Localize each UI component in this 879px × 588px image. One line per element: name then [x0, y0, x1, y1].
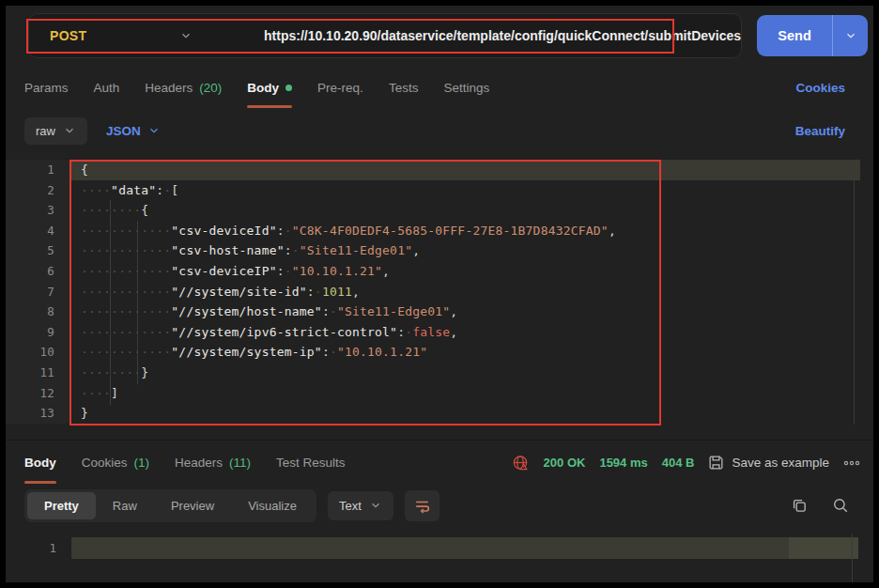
chevron-down-icon	[147, 124, 161, 137]
code-line[interactable]: 4············"csv-deviceId":·"C8K-4F0DED…	[6, 221, 873, 241]
tab-auth[interactable]: Auth	[94, 66, 120, 109]
view-pretty[interactable]: Pretty	[27, 492, 96, 519]
response-size[interactable]: 404 B	[662, 456, 695, 470]
line-number: 6	[6, 261, 69, 282]
method-dropdown[interactable]: POST	[29, 28, 217, 43]
code-line[interactable]: 1	[6, 537, 873, 559]
response-view-toolbar: Pretty Raw Preview Visualize Text	[6, 485, 873, 526]
language-dropdown[interactable]: JSON	[106, 124, 161, 138]
save-as-example-button[interactable]: Save as example	[708, 455, 829, 471]
line-number: 1	[6, 160, 69, 180]
line-number: 8	[6, 302, 69, 322]
line-number: 13	[6, 403, 69, 424]
response-time[interactable]: 1594 ms	[599, 456, 647, 470]
beautify-link[interactable]: Beautify	[795, 124, 845, 138]
response-format-dropdown[interactable]: Text	[328, 491, 393, 520]
code-lines: 1{2····"data":·[3········{4············"…	[6, 160, 873, 424]
chevron-down-icon	[369, 499, 382, 512]
tab-tests[interactable]: Tests	[389, 66, 419, 109]
line-number: 7	[6, 282, 69, 302]
line-content: {	[69, 160, 860, 180]
code-line[interactable]: 13}	[6, 403, 873, 424]
line-number: 2	[6, 180, 69, 201]
response-headers-count: (11)	[229, 456, 251, 470]
line-number: 5	[6, 240, 69, 261]
response-scrollbar-thumb[interactable]	[789, 537, 858, 559]
unsaved-changes-dot	[285, 85, 292, 91]
url-input[interactable]: https://10.10.20.90/dataservice/template…	[264, 28, 741, 43]
more-actions-button[interactable]	[843, 458, 860, 468]
tab-headers[interactable]: Headers(20)	[145, 66, 222, 109]
indent-guide	[137, 221, 138, 384]
cookies-link[interactable]: Cookies	[795, 81, 845, 95]
response-tab-body[interactable]: Body	[24, 441, 56, 485]
line-content: ············"csv-host-name":·"Site11-Edg…	[69, 240, 860, 261]
line-content: ············"//system/ipv6-strict-contro…	[69, 322, 860, 343]
response-status-cluster: 200 OK 1594 ms 404 B Save as example	[512, 454, 860, 472]
code-line[interactable]: 3········{	[6, 200, 873, 221]
send-label[interactable]: Send	[757, 15, 832, 56]
save-icon	[708, 455, 724, 471]
code-line[interactable]: 5············"csv-host-name":·"Site11-Ed…	[6, 240, 873, 261]
response-code-lines: 1	[6, 537, 873, 559]
line-number: 10	[6, 342, 69, 363]
view-visualize[interactable]: Visualize	[231, 492, 314, 519]
view-raw[interactable]: Raw	[96, 492, 154, 519]
ellipsis-icon	[843, 458, 860, 468]
line-content: ············"csv-deviceIP":·"10.10.1.21"…	[69, 261, 860, 282]
code-line[interactable]: 9············"//system/ipv6-strict-contr…	[6, 322, 873, 343]
copy-response-button[interactable]	[791, 497, 808, 514]
code-line[interactable]: 1{	[6, 160, 873, 180]
code-line[interactable]: 12····]	[6, 383, 873, 404]
response-scrollbar[interactable]	[852, 534, 853, 582]
response-tab-cookies[interactable]: Cookies(1)	[82, 441, 149, 485]
line-content: ····]	[69, 383, 860, 404]
response-tab-headers[interactable]: Headers(11)	[175, 441, 251, 485]
status-code[interactable]: 200 OK	[544, 456, 586, 470]
method-label: POST	[50, 28, 86, 43]
body-type-toolbar: raw JSON Beautify	[6, 109, 873, 152]
wrap-lines-button[interactable]	[405, 490, 440, 521]
code-line[interactable]: 11········}	[6, 363, 873, 383]
request-url-bar: POST https://10.10.20.90/dataservice/tem…	[28, 13, 742, 58]
request-body-editor[interactable]: 1{2····"data":·[3········{4············"…	[6, 160, 873, 428]
line-content: }	[69, 403, 860, 424]
tab-settings[interactable]: Settings	[443, 66, 489, 109]
send-button[interactable]: Send	[757, 15, 868, 56]
code-line[interactable]: 2····"data":·[	[6, 180, 873, 201]
line-number: 12	[6, 383, 69, 404]
send-options-button[interactable]	[832, 15, 868, 56]
indent-guide	[110, 200, 111, 405]
response-meta-row: Body Cookies(1) Headers(11) Test Results…	[6, 440, 873, 485]
tab-pre-request[interactable]: Pre-req.	[317, 66, 363, 109]
request-url-row: POST https://10.10.20.90/dataservice/tem…	[6, 6, 873, 66]
editor-scrollbar[interactable]	[854, 160, 855, 425]
tab-params[interactable]: Params	[24, 66, 69, 109]
response-body-editor[interactable]: 1	[6, 526, 873, 582]
tab-body[interactable]: Body	[247, 66, 292, 109]
cookies-count: (1)	[134, 456, 150, 470]
line-content	[71, 537, 858, 559]
response-tab-test-results[interactable]: Test Results	[276, 441, 346, 485]
view-preview[interactable]: Preview	[154, 492, 231, 519]
code-line[interactable]: 6············"csv-deviceIP":·"10.10.1.21…	[6, 261, 873, 282]
search-icon	[832, 497, 849, 514]
line-content: ············"//system/site-id":·1011,	[69, 282, 860, 302]
headers-count: (20)	[199, 81, 222, 95]
search-response-button[interactable]	[832, 497, 849, 514]
code-line[interactable]: 10············"//system/system-ip":·"10.…	[6, 342, 873, 363]
code-line[interactable]: 7············"//system/site-id":·1011,	[6, 282, 873, 302]
response-actions	[791, 497, 856, 514]
body-format-dropdown[interactable]: raw	[24, 117, 87, 145]
line-number: 1	[6, 537, 71, 559]
line-number: 9	[6, 322, 69, 343]
chevron-down-icon	[63, 124, 76, 137]
window-frame: POST https://10.10.20.90/dataservice/tem…	[0, 0, 879, 588]
line-content: ········}	[69, 363, 860, 383]
line-content: ············"//system/host-name":·"Site1…	[69, 302, 860, 322]
code-line[interactable]: 8············"//system/host-name":·"Site…	[6, 302, 873, 322]
postman-app: POST https://10.10.20.90/dataservice/tem…	[6, 6, 873, 582]
ssl-warning-globe-icon[interactable]	[512, 454, 530, 472]
line-number: 11	[6, 363, 69, 383]
copy-icon	[791, 497, 808, 514]
